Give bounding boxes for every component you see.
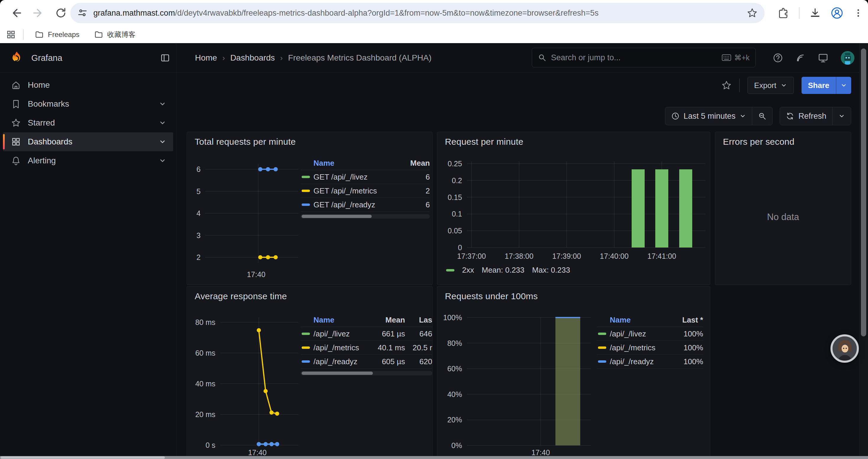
favorite-star-icon[interactable] (721, 80, 732, 90)
sidebar-item-dashboards[interactable]: Dashboards (3, 132, 173, 151)
time-range-picker[interactable]: Last 5 minutes (665, 107, 752, 125)
share-menu-button[interactable] (836, 77, 851, 94)
back-icon (10, 7, 22, 19)
legend-row[interactable]: /api/_/readyz 100% (597, 355, 703, 369)
legend-series-name[interactable]: 2xx (462, 266, 474, 275)
no-data-message: No data (715, 212, 851, 222)
url-text[interactable]: grafana.mathmast.com/d/deytv4rwavabkb/fr… (93, 8, 747, 18)
chevron-down-icon[interactable] (159, 138, 166, 145)
legend-col-mean[interactable]: Mean (402, 159, 430, 168)
search-icon (538, 54, 546, 62)
keyboard-icon (722, 54, 731, 61)
vertical-scrollbar (859, 43, 868, 456)
legend-col-mean[interactable]: Mean (370, 316, 405, 325)
bookmark-label: Freeleaps (48, 30, 80, 39)
legend-scrollbar-thumb[interactable] (302, 371, 373, 375)
home-icon (11, 80, 21, 90)
series-color-swatch (302, 190, 310, 192)
legend-inline[interactable]: 2xx Mean: 0.233 Max: 0.233 (446, 266, 570, 275)
legend-row[interactable]: /api/_/readyz 605 µs 620 (301, 355, 432, 369)
sidebar-item-alerting[interactable]: Alerting (3, 151, 173, 170)
reload-button[interactable] (52, 4, 70, 22)
header-icons (773, 43, 855, 73)
dashboards-grid-icon (11, 137, 21, 146)
star-icon (11, 118, 21, 128)
sidebar-item-bookmarks[interactable]: Bookmarks (3, 95, 173, 113)
breadcrumb: Home › Dashboards › Freeleaps Metrics Da… (195, 43, 432, 73)
legend-row[interactable]: /api/_/livez 100% (597, 327, 703, 341)
sidebar-item-home[interactable]: Home (3, 76, 173, 95)
series-color-swatch (598, 333, 606, 335)
news-rss-icon[interactable] (795, 53, 805, 63)
bookmark-folder-freeleaps[interactable]: Freeleaps (31, 28, 83, 41)
series-color-swatch (446, 269, 454, 271)
sidebar-item-label: Starred (28, 118, 152, 128)
sidebar-item-starred[interactable]: Starred (3, 113, 173, 132)
refresh-button[interactable]: Refresh (780, 107, 832, 125)
chevron-down-icon[interactable] (159, 100, 166, 107)
series-color-swatch (302, 176, 310, 178)
legend-row[interactable]: GET /api/_/metrics 2 (301, 184, 430, 198)
breadcrumb-dashboards[interactable]: Dashboards (230, 53, 275, 63)
legend-col-last[interactable]: Last * (671, 316, 703, 325)
download-icon[interactable] (809, 7, 821, 19)
chevron-down-icon (780, 82, 787, 89)
search-input[interactable]: Search or jump to... ⌘+k (532, 48, 756, 67)
refresh-interval-button[interactable] (832, 107, 851, 125)
chevron-down-icon[interactable] (159, 119, 166, 126)
bookmark-icon (11, 99, 21, 109)
legend-row[interactable]: /api/_/metrics 100% (597, 341, 703, 355)
forward-button[interactable] (30, 4, 47, 22)
browser-actions (778, 0, 863, 26)
browser-window: grafana.mathmast.com/d/deytv4rwavabkb/fr… (0, 0, 868, 459)
legend-col-name[interactable]: Name (313, 159, 402, 168)
floating-assistant-avatar[interactable] (831, 334, 859, 363)
legend-col-last[interactable]: Las (405, 316, 432, 325)
monitor-icon[interactable] (818, 53, 829, 63)
help-icon[interactable] (773, 53, 783, 63)
panel-title[interactable]: Errors per second (723, 137, 795, 147)
sidebar-toggle-button[interactable] (159, 52, 172, 64)
export-button[interactable]: Export (747, 77, 794, 94)
extensions-icon[interactable] (778, 7, 789, 19)
avatar-image (841, 51, 855, 65)
grafana-header: Grafana Home › Dashboards › Freeleaps Me… (0, 43, 868, 73)
site-settings-icon[interactable] (78, 8, 88, 18)
legend-row[interactable]: GET /api/_/readyz 6 (301, 198, 430, 212)
legend-row[interactable]: GET /api/_/livez 6 (301, 170, 430, 184)
legend-scrollbar (301, 214, 430, 219)
breadcrumb-separator: › (222, 54, 225, 63)
bookmarks-divider (23, 29, 24, 40)
breadcrumb-separator: › (280, 54, 283, 63)
zoom-out-button[interactable] (752, 107, 772, 125)
apps-grid-icon[interactable] (6, 30, 16, 39)
chevron-down-icon[interactable] (159, 157, 166, 164)
user-avatar[interactable] (841, 51, 855, 65)
address-bar[interactable]: grafana.mathmast.com/d/deytv4rwavabkb/fr… (70, 3, 765, 23)
profile-icon[interactable] (831, 7, 843, 19)
sidebar-item-label: Bookmarks (28, 99, 152, 109)
legend-row[interactable]: /api/_/livez 661 µs 646 (301, 327, 432, 341)
panel-toggle-icon (160, 53, 170, 63)
chevron-down-icon (840, 82, 847, 89)
bookmark-star-icon[interactable] (747, 8, 757, 18)
legend-col-name[interactable]: Name (313, 316, 370, 325)
back-button[interactable] (7, 4, 25, 22)
grafana-brand[interactable]: Grafana (31, 53, 62, 63)
chart-request-per-minute: 0.250.20.150.10.05017:37:0017:38:0017:39… (437, 132, 710, 285)
legend-row[interactable]: /api/_/metrics 40.1 ms 20.5 r (301, 341, 432, 355)
legend-scrollbar-thumb[interactable] (302, 215, 372, 218)
clock-icon (671, 112, 680, 120)
menu-kebab-icon[interactable] (853, 8, 863, 18)
vertical-scrollbar-thumb[interactable] (861, 48, 866, 336)
refresh-icon (786, 112, 794, 120)
chart-requests-under-100ms: 100%80%60%40%20%0%17:40 (437, 287, 710, 456)
bookmark-folder-blogs[interactable]: 收藏博客 (91, 28, 139, 41)
horizontal-scrollbar-thumb[interactable] (1, 456, 165, 459)
breadcrumb-home[interactable]: Home (195, 53, 217, 63)
toolbar-divider (739, 78, 740, 92)
grafana-logo-icon[interactable] (9, 51, 24, 65)
legend-col-name[interactable]: Name (610, 316, 671, 325)
share-button[interactable]: Share (802, 77, 836, 94)
search-placeholder: Search or jump to... (551, 53, 717, 62)
